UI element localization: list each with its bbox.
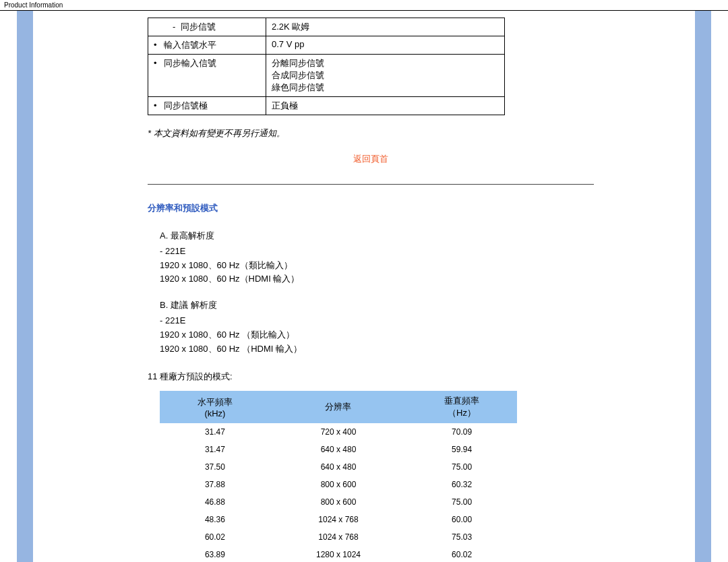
mode-cell-vfreq: 59.94 [406,441,517,458]
resolution-model: - 221E [160,314,594,328]
preset-modes-table: 水平頻率 (kHz) 分辨率 垂直頻率 （Hz） 31.47720 x 4007… [160,391,517,562]
mode-cell-vfreq: 60.02 [406,546,517,562]
table-row: 37.88800 x 60060.32 [160,476,517,493]
spec-label-cell: - 同步信號 [148,18,266,36]
spec-row: • 同步輸入信號分離同步信號合成同步信號綠色同步信號 [148,55,505,97]
table-row: 31.47720 x 40070.09 [160,423,517,441]
spec-value-cell: 2.2K 歐姆 [266,18,505,36]
page-body: - 同步信號2.2K 歐姆• 輸入信號水平0.7 V pp• 同步輸入信號分離同… [0,11,728,562]
resolution-block-label: B. 建議 解析度 [160,299,594,313]
mode-cell-res: 720 x 400 [270,423,406,441]
section-divider [148,184,594,185]
table-row: 48.361024 x 76860.00 [160,511,517,528]
mode-cell-vfreq: 60.32 [406,476,517,493]
col-vfreq-line2: （Hz） [448,408,476,418]
spec-row: - 同步信號2.2K 歐姆 [148,18,505,36]
table-row: 37.50640 x 48075.00 [160,458,517,476]
mode-cell-vfreq: 70.09 [406,423,517,441]
resolution-line: 1920 x 1080、60 Hz （HDMI 輸入） [160,342,594,356]
spec-row: • 輸入信號水平0.7 V pp [148,36,505,55]
table-row: 63.891280 x 102460.02 [160,546,517,562]
mode-cell-res: 1024 x 768 [270,528,406,546]
table-row: 60.021024 x 76875.03 [160,528,517,546]
spec-label-cell: • 同步信號極 [148,97,266,115]
spec-value-cell: 正負極 [266,97,505,115]
resolution-block-label: A. 最高解析度 [160,229,594,243]
resolution-model: - 221E [160,245,594,259]
section-heading-resolution: 分辨率和預設模式 [148,202,594,214]
mode-cell-res: 1024 x 768 [270,511,406,528]
main-content: - 同步信號2.2K 歐姆• 輸入信號水平0.7 V pp• 同步輸入信號分離同… [33,11,695,562]
mode-cell-hfreq: 31.47 [160,423,270,441]
mode-cell-hfreq: 63.89 [160,546,270,562]
mode-cell-hfreq: 48.36 [160,511,270,528]
col-hfreq-line2: (kHz) [204,408,225,418]
left-color-strip [17,11,33,562]
mode-cell-res: 800 x 600 [270,476,406,493]
mode-cell-res: 800 x 600 [270,493,406,511]
col-vertical-freq: 垂直頻率 （Hz） [406,391,517,423]
resolution-line: 1920 x 1080、60 Hz （類比輸入） [160,328,594,342]
mode-cell-vfreq: 60.00 [406,511,517,528]
right-color-strip [695,11,711,562]
resolution-line: 1920 x 1080、60 Hz（類比輸入） [160,259,594,273]
mode-cell-res: 640 x 480 [270,458,406,476]
modes-header-row: 水平頻率 (kHz) 分辨率 垂直頻率 （Hz） [160,391,517,423]
resolution-block: A. 最高解析度- 221E1920 x 1080、60 Hz（類比輸入）192… [160,229,594,286]
preset-modes-title: 11 種廠方預設的模式: [148,371,594,383]
resolution-line: 1920 x 1080、60 Hz（HDMI 輸入） [160,272,594,286]
col-vfreq-line1: 垂直頻率 [444,396,479,406]
mode-cell-hfreq: 37.50 [160,458,270,476]
mode-cell-res: 1280 x 1024 [270,546,406,562]
spec-label-cell: • 輸入信號水平 [148,36,266,55]
spec-value-cell: 分離同步信號合成同步信號綠色同步信號 [266,55,505,97]
spec-table: - 同步信號2.2K 歐姆• 輸入信號水平0.7 V pp• 同步輸入信號分離同… [148,18,505,115]
spec-label-cell: • 同步輸入信號 [148,55,266,97]
mode-cell-vfreq: 75.00 [406,493,517,511]
mode-cell-vfreq: 75.00 [406,458,517,476]
mode-cell-res: 640 x 480 [270,441,406,458]
mode-cell-vfreq: 75.03 [406,528,517,546]
col-hfreq-line1: 水平頻率 [198,397,233,407]
col-resolution: 分辨率 [270,391,406,423]
table-row: 31.47640 x 48059.94 [160,441,517,458]
table-row: 46.88800 x 60075.00 [160,493,517,511]
mode-cell-hfreq: 46.88 [160,493,270,511]
back-to-top-link[interactable]: 返回頁首 [148,153,594,165]
resolution-block: B. 建議 解析度- 221E1920 x 1080、60 Hz （類比輸入）1… [160,299,594,356]
change-notice: * 本文資料如有變更不再另行通知。 [148,127,594,139]
col-horizontal-freq: 水平頻率 (kHz) [160,391,270,423]
mode-cell-hfreq: 60.02 [160,528,270,546]
spec-value-cell: 0.7 V pp [266,36,505,55]
mode-cell-hfreq: 31.47 [160,441,270,458]
page-header-title: Product Information [4,1,63,9]
resolution-details: A. 最高解析度- 221E1920 x 1080、60 Hz（類比輸入）192… [148,229,594,356]
mode-cell-hfreq: 37.88 [160,476,270,493]
spec-row: • 同步信號極正負極 [148,97,505,115]
page-header: Product Information [0,0,728,11]
